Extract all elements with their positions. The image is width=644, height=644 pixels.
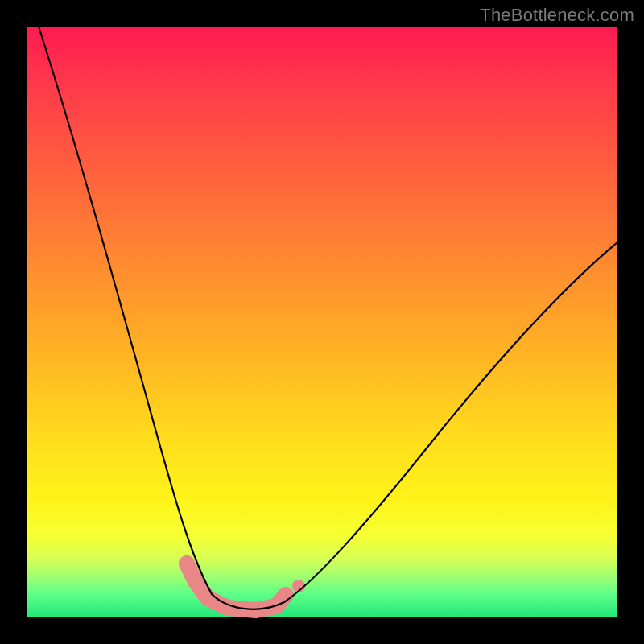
plot-area [27,27,617,617]
chart-frame: TheBottleneck.com [0,0,644,644]
curve-layer [27,27,617,617]
highlight-path [187,564,286,610]
bottleneck-curve-path [39,27,617,609]
highlight-start-dot [179,555,195,572]
watermark-text: TheBottleneck.com [480,5,634,26]
